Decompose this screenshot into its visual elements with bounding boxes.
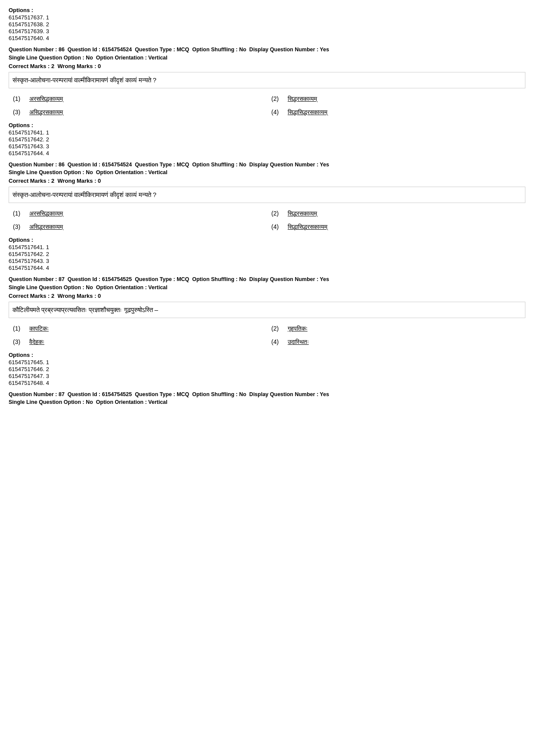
answer-row: (1) अरससिद्धकाव्यम् xyxy=(13,208,263,219)
answer-text: अरससिद्धकाव्यम् xyxy=(29,210,63,217)
option-item: 61547517643. 3 xyxy=(9,143,525,150)
q86-second-section: Question Number : 86 Question Id : 61547… xyxy=(9,161,525,272)
answer-num: (1) xyxy=(13,325,25,332)
question-meta: Question Number : 86 Question Id : 61547… xyxy=(9,161,525,177)
question-meta: Question Number : 86 Question Id : 61547… xyxy=(9,46,525,62)
answer-row: (3) असिद्धरसकाव्यम् xyxy=(13,107,263,118)
answer-text: वैदेहकः xyxy=(29,338,44,346)
answer-text: अरससिद्धकाव्यम् xyxy=(29,95,63,103)
answer-text: सिद्धासिद्धरसकाव्यम् xyxy=(288,223,327,231)
option-item: 61547517641. 1 xyxy=(9,244,525,250)
answer-text: गृहपतिकः xyxy=(288,325,307,332)
answer-row: (4) सिद्धासिद्धरसकाव्यम् xyxy=(271,222,521,232)
options-label: Options : xyxy=(9,237,525,243)
option-item: 61547517642. 2 xyxy=(9,251,525,257)
answer-row: (1) कापटिकः xyxy=(13,323,263,334)
answer-text: सिद्धासिद्धरसकाव्यम् xyxy=(288,109,327,116)
option-item: 61547517642. 2 xyxy=(9,136,525,143)
answer-num: (3) xyxy=(13,338,25,345)
correct-marks: Correct Marks : 2 Wrong Marks : 0 xyxy=(9,178,525,184)
correct-marks: Correct Marks : 2 Wrong Marks : 0 xyxy=(9,293,525,299)
answer-num: (2) xyxy=(271,210,283,217)
answer-num: (1) xyxy=(13,210,25,217)
answer-row: (2) सिद्धरसकाव्यम् xyxy=(271,208,521,219)
answer-num: (1) xyxy=(13,95,25,102)
answer-row: (4) उदास्थितः xyxy=(271,337,521,347)
option-item: 61547517643. 3 xyxy=(9,258,525,264)
answer-grid: (1) कापटिकः (2) गृहपतिकः (3) वैदेहकः (4)… xyxy=(9,323,525,347)
answer-text: सिद्धरसकाव्यम् xyxy=(288,210,317,217)
option-item: 61547517644. 4 xyxy=(9,150,525,156)
answer-num: (4) xyxy=(271,109,283,116)
answer-num: (4) xyxy=(271,338,283,345)
page-content: Options : 61547517637. 1 61547517638. 2 … xyxy=(9,7,525,406)
answer-grid: (1) अरससिद्धकाव्यम् (2) सिद्धरसकाव्यम् (… xyxy=(9,208,525,232)
question-text: कौटिलीयमते प्रब्रज्याप्रत्यवसितः प्रज्ञा… xyxy=(9,302,525,318)
option-item: 61547517645. 1 xyxy=(9,359,525,366)
answer-row: (2) गृहपतिकः xyxy=(271,323,521,334)
option-item: 61547517640. 4 xyxy=(9,35,525,41)
correct-marks: Correct Marks : 2 Wrong Marks : 0 xyxy=(9,63,525,69)
answer-text: असिद्धरसकाव्यम् xyxy=(29,223,63,231)
option-item: 61547517647. 3 xyxy=(9,373,525,379)
answer-num: (3) xyxy=(13,223,25,230)
options-label: Options : xyxy=(9,122,525,128)
option-item: 61547517644. 4 xyxy=(9,265,525,271)
answer-num: (4) xyxy=(271,223,283,230)
option-item: 61547517641. 1 xyxy=(9,129,525,136)
top-options-section: Options : 61547517637. 1 61547517638. 2 … xyxy=(9,7,525,41)
question-text: संस्कृत-आलोचना-परम्परायां वाल्मीकिरामायण… xyxy=(9,72,525,88)
answer-num: (3) xyxy=(13,109,25,116)
answer-text: उदास्थितः xyxy=(288,338,309,346)
option-item: 61547517646. 2 xyxy=(9,366,525,372)
answer-text: असिद्धरसकाव्यम् xyxy=(29,109,63,116)
option-item: 61547517637. 1 xyxy=(9,14,525,21)
q86-first-section: Question Number : 86 Question Id : 61547… xyxy=(9,46,525,156)
option-item: 61547517648. 4 xyxy=(9,380,525,386)
question-meta: Question Number : 87 Question Id : 61547… xyxy=(9,275,525,292)
option-item: 61547517638. 2 xyxy=(9,21,525,28)
answer-row: (3) असिद्धरसकाव्यम् xyxy=(13,222,263,232)
answer-grid: (1) अरससिद्धकाव्यम् (2) सिद्धरसकाव्यम् (… xyxy=(9,94,525,118)
answer-text: सिद्धरसकाव्यम् xyxy=(288,95,317,103)
question-meta: Question Number : 87 Question Id : 61547… xyxy=(9,390,525,407)
options-label-top: Options : xyxy=(9,7,525,13)
question-text: संस्कृत-आलोचना-परम्परायां वाल्मीकिरामायण… xyxy=(9,187,525,203)
answer-row: (2) सिद्धरसकाव्यम् xyxy=(271,94,521,104)
options-label: Options : xyxy=(9,352,525,358)
answer-row: (1) अरससिद्धकाव्यम् xyxy=(13,94,263,104)
answer-num: (2) xyxy=(271,325,283,332)
answer-text: कापटिकः xyxy=(29,325,49,332)
answer-row: (3) वैदेहकः xyxy=(13,337,263,347)
option-item: 61547517639. 3 xyxy=(9,28,525,34)
q87-second-section: Question Number : 87 Question Id : 61547… xyxy=(9,390,525,407)
answer-row: (4) सिद्धासिद्धरसकाव्यम् xyxy=(271,107,521,118)
answer-num: (2) xyxy=(271,95,283,102)
q87-first-section: Question Number : 87 Question Id : 61547… xyxy=(9,275,525,386)
